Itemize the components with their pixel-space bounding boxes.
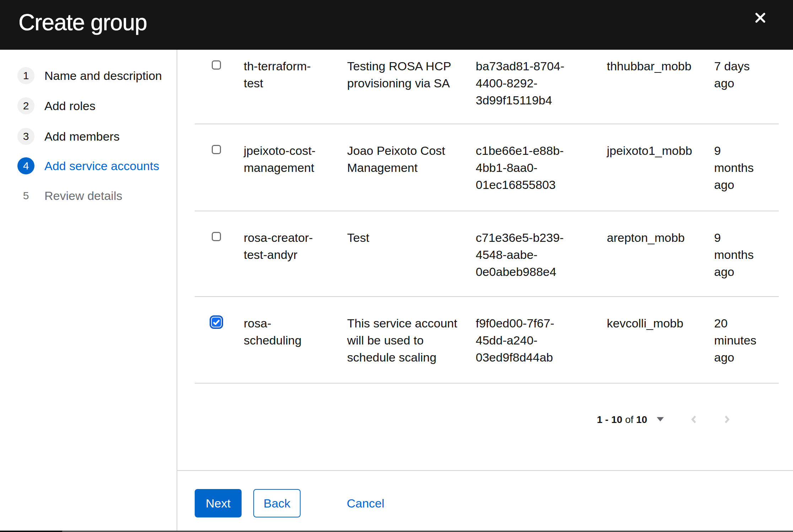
modal-header: Create group <box>0 0 793 50</box>
step-label: Review details <box>44 181 122 211</box>
step-label: Add service accounts <box>44 151 159 181</box>
row-checkbox[interactable] <box>212 232 221 241</box>
cell-client-id: f9f0ed00-7f67-45dd-a240-03ed9f8d44ab <box>476 315 572 383</box>
wizard-nav-step-1[interactable]: 1 Name and description <box>0 61 177 91</box>
service-accounts-table: th-terraform-test Testing ROSA HCP provi… <box>195 50 779 384</box>
checkmark-icon <box>213 319 220 325</box>
cell-select <box>195 58 244 124</box>
step-number-circle: 2 <box>17 97 34 114</box>
cell-client-id: ba73ad81-8704-4400-8292-3d99f15119b4 <box>476 58 572 124</box>
cell-owner: thhubbar_mobb <box>607 58 703 124</box>
cell-time-created: 9 months ago <box>714 142 760 211</box>
caret-down-icon <box>657 417 664 422</box>
pagination-range: 1 - 10 <box>597 414 622 425</box>
step-label: Add roles <box>44 91 96 121</box>
next-page-button[interactable] <box>718 411 735 428</box>
wizard-nav-step-3[interactable]: 3 Add members <box>0 121 177 151</box>
step-number-circle: 1 <box>17 67 34 84</box>
cell-name: rosa-scheduling <box>244 315 322 383</box>
per-page-toggle[interactable] <box>652 411 668 427</box>
cell-client-id: c1be66e1-e88b-4bb1-8aa0-01ec16855803 <box>476 142 572 211</box>
back-button[interactable]: Back <box>253 489 301 517</box>
cell-description: Joao Peixoto Cost Management <box>347 142 464 211</box>
cell-time-created: 20 minutes ago <box>714 315 760 383</box>
cell-name: jpeixoto-cost-management <box>244 142 322 211</box>
cell-description: This service account will be used to sch… <box>347 315 464 383</box>
cell-name: rosa-creator-test-andyr <box>244 229 322 296</box>
modal-title: Create group <box>18 8 147 37</box>
cell-owner: kevcolli_mobb <box>607 315 703 383</box>
table-row: jpeixoto-cost-management Joao Peixoto Co… <box>195 124 779 211</box>
cell-client-id: c71e36e5-b239-4548-aabe-0e0abeb988e4 <box>476 229 572 296</box>
next-button[interactable]: Next <box>195 489 242 517</box>
step-number-circle: 4 <box>17 157 34 174</box>
pagination-summary: 1 - 10 of 10 <box>597 413 647 427</box>
pagination-of-label: of <box>625 414 633 425</box>
wizard-nav-step-2[interactable]: 2 Add roles <box>0 91 177 121</box>
wizard-nav-step-4[interactable]: 4 Add service accounts <box>0 151 177 181</box>
cell-description: Testing ROSA HCP provisioning via SA <box>347 58 464 124</box>
x-icon <box>755 12 766 23</box>
row-checkbox[interactable] <box>212 60 221 70</box>
step-label: Name and description <box>44 61 162 91</box>
close-button[interactable] <box>750 8 770 28</box>
backdrop-left-nav-edge <box>0 531 62 532</box>
chevron-right-icon <box>724 416 730 423</box>
page-backdrop-strip <box>0 531 793 532</box>
cell-owner: jpeixoto1_mobb <box>607 142 703 211</box>
cell-owner: arepton_mobb <box>607 229 703 296</box>
wizard-nav-step-5[interactable]: 5 Review details <box>0 181 177 211</box>
table-row: rosa-creator-test-andyr Test c71e36e5-b2… <box>195 211 779 297</box>
cell-time-created: 9 months ago <box>714 229 760 296</box>
step-number-circle: 5 <box>17 187 34 204</box>
cell-name: th-terraform-test <box>244 58 322 124</box>
step-number-circle: 3 <box>17 128 34 145</box>
cell-select <box>195 142 244 211</box>
cell-select <box>195 229 244 296</box>
wizard-footer: Next Back Cancel <box>177 470 793 531</box>
create-group-modal: Create group 1 Name and description 2 Ad… <box>0 0 793 532</box>
table-row: th-terraform-test Testing ROSA HCP provi… <box>195 50 779 124</box>
step-label: Add members <box>44 121 120 151</box>
cancel-button[interactable]: Cancel <box>347 489 384 517</box>
cell-select <box>195 315 244 383</box>
previous-page-button[interactable] <box>685 411 702 428</box>
cell-time-created: 7 days ago <box>714 58 760 124</box>
row-checkbox[interactable] <box>212 145 221 154</box>
cell-description: Test <box>347 229 464 296</box>
wizard-nav: 1 Name and description 2 Add roles 3 Add… <box>0 50 177 531</box>
chevron-left-icon <box>691 416 696 423</box>
table-row: rosa-scheduling This service account wil… <box>195 297 779 384</box>
wizard-content: th-terraform-test Testing ROSA HCP provi… <box>177 50 793 470</box>
pagination-total: 10 <box>636 414 647 425</box>
row-checkbox[interactable] <box>212 317 221 327</box>
